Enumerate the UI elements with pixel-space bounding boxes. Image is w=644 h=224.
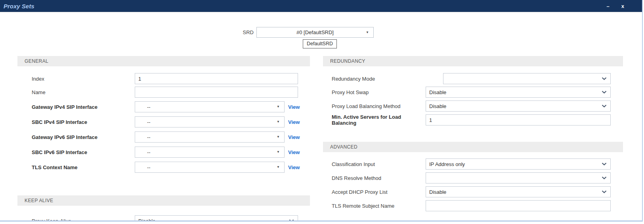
gateway-ipv4-label: Gateway IPv4 SIP Interface	[32, 104, 135, 110]
name-input[interactable]	[135, 87, 298, 98]
tls-context-view-link[interactable]: View	[288, 164, 300, 170]
gateway-ipv4-value: --	[147, 104, 151, 110]
gateway-ipv6-view-link[interactable]: View	[288, 134, 300, 140]
srd-tooltip: DefaultSRD	[303, 39, 337, 48]
gateway-ipv4-sip-interface-select[interactable]: -- ▼	[135, 101, 285, 112]
tls-context-name-label: TLS Context Name	[32, 164, 135, 170]
proxy-keep-alive-select[interactable]: Disable	[135, 215, 298, 222]
chevron-down-icon	[602, 190, 607, 193]
minimize-button[interactable]: –	[607, 4, 610, 9]
gateway-ipv4-view-link[interactable]: View	[288, 104, 300, 110]
field-row-tls-remote-subject-name: TLS Remote Subject Name	[323, 200, 623, 211]
sbc-ipv4-label: SBC IPv4 SIP Interface	[32, 119, 135, 125]
min-active-servers-input[interactable]	[426, 114, 611, 126]
field-row-min-active-servers: Min. Active Servers for Load Balancing	[323, 114, 623, 126]
classification-input-value: IP Address only	[429, 161, 465, 167]
field-row-sbc-ipv4: SBC IPv4 SIP Interface -- ▼ View	[17, 116, 310, 127]
field-row-redundancy-mode: Redundancy Mode	[323, 73, 623, 84]
sbc-ipv4-value: --	[147, 119, 151, 125]
redundancy-mode-select[interactable]	[443, 73, 611, 84]
field-row-dns-resolve-method: DNS Resolve Method	[323, 172, 623, 183]
proxy-sets-window: Proxy Sets – x SRD #0 [DefaultSRD] ▼ Def…	[0, 0, 643, 222]
dropdown-arrow-icon: ▼	[277, 151, 280, 154]
dropdown-arrow-icon: ▼	[277, 105, 280, 108]
tls-context-name-select[interactable]: -- ▼	[135, 162, 285, 173]
srd-select-value: #0 [DefaultSRD]	[296, 29, 334, 35]
tls-remote-subject-name-label: TLS Remote Subject Name	[332, 203, 426, 209]
chevron-down-icon	[602, 176, 607, 180]
section-header-advanced: ADVANCED	[323, 142, 623, 152]
field-row-classification-input: Classification Input IP Address only	[323, 158, 623, 170]
srd-label: SRD	[214, 27, 254, 38]
field-row-proxy-keep-alive: Proxy Keep-Alive Disable	[17, 215, 310, 222]
field-row-name: Name	[17, 87, 310, 98]
classification-input-select[interactable]: IP Address only	[426, 158, 611, 170]
window-controls: – x	[607, 4, 624, 9]
sbc-ipv4-view-link[interactable]: View	[288, 119, 300, 125]
redundancy-mode-label: Redundancy Mode	[332, 76, 426, 82]
index-input[interactable]	[135, 73, 298, 84]
accept-dhcp-proxy-list-value: Disable	[429, 189, 446, 195]
gateway-ipv6-label: Gateway IPv6 SIP Interface	[32, 134, 135, 140]
section-header-redundancy: REDUNDANCY	[323, 56, 623, 66]
sbc-ipv6-sip-interface-select[interactable]: -- ▼	[135, 147, 285, 158]
dropdown-arrow-icon: ▼	[277, 135, 280, 139]
tls-context-name-value: --	[147, 164, 151, 170]
chevron-down-icon	[602, 77, 607, 80]
gateway-ipv6-sip-interface-select[interactable]: -- ▼	[135, 131, 285, 143]
close-button[interactable]: x	[621, 4, 624, 9]
proxy-load-balancing-method-label: Proxy Load Balancing Method	[332, 103, 426, 109]
sbc-ipv6-value: --	[147, 149, 151, 155]
dns-resolve-method-label: DNS Resolve Method	[332, 175, 426, 181]
section-header-general: GENERAL	[17, 56, 310, 66]
dns-resolve-method-select[interactable]	[426, 172, 611, 183]
dropdown-arrow-icon: ▼	[366, 31, 369, 34]
sbc-ipv4-sip-interface-select[interactable]: -- ▼	[135, 116, 285, 127]
field-row-tls-context: TLS Context Name -- ▼ View	[17, 162, 310, 173]
proxy-keep-alive-value: Disable	[138, 218, 155, 222]
proxy-load-balancing-method-value: Disable	[429, 103, 446, 109]
field-row-index: Index	[17, 73, 310, 84]
field-row-proxy-load-balancing: Proxy Load Balancing Method Disable	[323, 100, 623, 112]
chevron-down-icon	[289, 219, 294, 222]
left-column: GENERAL Index Name Gateway IPv4 SIP Inte…	[17, 56, 310, 222]
field-row-accept-dhcp-proxy-list: Accept DHCP Proxy List Disable	[323, 186, 623, 197]
proxy-hot-swap-select[interactable]: Disable	[426, 87, 611, 98]
field-row-gateway-ipv6: Gateway IPv6 SIP Interface -- ▼ View	[17, 131, 310, 143]
proxy-hot-swap-value: Disable	[429, 89, 446, 95]
dropdown-arrow-icon: ▼	[277, 120, 280, 124]
section-header-keep-alive: KEEP ALIVE	[17, 195, 310, 206]
field-row-gateway-ipv4: Gateway IPv4 SIP Interface -- ▼ View	[17, 101, 310, 112]
index-label: Index	[32, 76, 135, 82]
chevron-down-icon	[602, 91, 607, 94]
window-title: Proxy Sets	[4, 3, 34, 10]
chevron-down-icon	[602, 104, 607, 108]
classification-input-label: Classification Input	[332, 161, 426, 167]
titlebar[interactable]: Proxy Sets – x	[0, 0, 642, 12]
field-row-sbc-ipv6: SBC IPv6 SIP Interface -- ▼ View	[17, 147, 310, 158]
sbc-ipv6-view-link[interactable]: View	[288, 149, 300, 155]
min-active-servers-label: Min. Active Servers for Load Balancing	[332, 114, 426, 126]
accept-dhcp-proxy-list-label: Accept DHCP Proxy List	[332, 189, 426, 195]
field-row-proxy-hot-swap: Proxy Hot Swap Disable	[323, 87, 623, 98]
dropdown-arrow-icon: ▼	[277, 166, 280, 169]
chevron-down-icon	[602, 162, 607, 166]
gateway-ipv6-value: --	[147, 134, 151, 140]
srd-select[interactable]: #0 [DefaultSRD] ▼	[256, 27, 374, 38]
name-label: Name	[32, 89, 135, 95]
right-column: REDUNDANCY Redundancy Mode Proxy Hot Swa…	[323, 56, 623, 211]
proxy-load-balancing-method-select[interactable]: Disable	[426, 100, 611, 112]
proxy-keep-alive-label: Proxy Keep-Alive	[32, 218, 135, 222]
accept-dhcp-proxy-list-select[interactable]: Disable	[426, 186, 611, 197]
tls-remote-subject-name-input[interactable]	[426, 200, 611, 211]
sbc-ipv6-label: SBC IPv6 SIP Interface	[32, 149, 135, 155]
proxy-hot-swap-label: Proxy Hot Swap	[332, 89, 426, 95]
